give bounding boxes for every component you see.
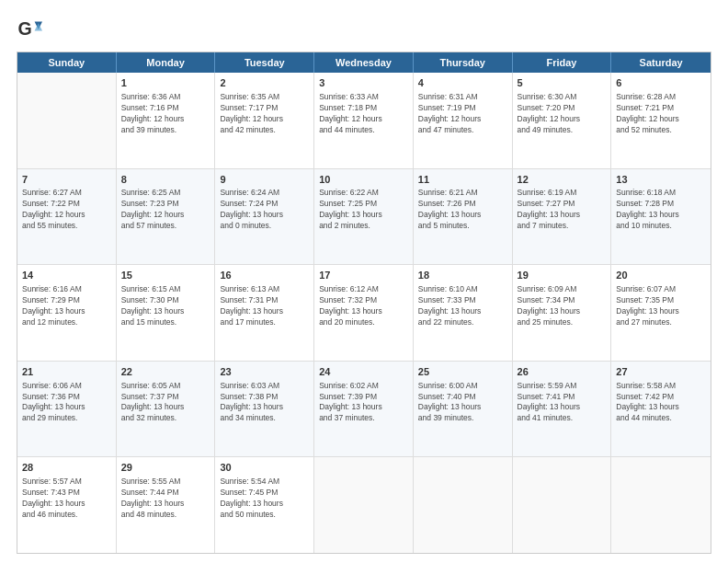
calendar-cell: 3Sunrise: 6:33 AMSunset: 7:18 PMDaylight…: [314, 73, 414, 168]
calendar-cell: 8Sunrise: 6:25 AMSunset: 7:23 PMDaylight…: [117, 169, 216, 265]
calendar-cell: [17, 73, 117, 168]
cell-text: Sunrise: 6:28 AMSunset: 7:21 PMDaylight:…: [616, 92, 706, 136]
day-number: 27: [616, 365, 706, 379]
cell-text: Sunrise: 6:36 AMSunset: 7:16 PMDaylight:…: [121, 92, 210, 136]
page: G SundayMondayTuesdayWednesdayThursdayFr…: [0, 0, 728, 563]
calendar-cell: 7Sunrise: 6:27 AMSunset: 7:22 PMDaylight…: [17, 169, 117, 265]
cell-text: Sunrise: 6:07 AMSunset: 7:35 PMDaylight:…: [616, 284, 706, 328]
day-number: 5: [518, 76, 607, 90]
cell-text: Sunrise: 6:35 AMSunset: 7:17 PMDaylight:…: [220, 92, 309, 136]
cell-text: Sunrise: 6:10 AMSunset: 7:33 PMDaylight:…: [418, 284, 507, 328]
logo: G: [17, 17, 48, 42]
calendar-cell: 6Sunrise: 6:28 AMSunset: 7:21 PMDaylight…: [611, 73, 711, 168]
calendar-cell: 23Sunrise: 6:03 AMSunset: 7:38 PMDayligh…: [215, 362, 314, 457]
calendar-body: 1Sunrise: 6:36 AMSunset: 7:16 PMDaylight…: [17, 73, 711, 553]
weekday-header: Tuesday: [215, 52, 314, 73]
cell-text: Sunrise: 5:54 AMSunset: 7:45 PMDaylight:…: [220, 477, 309, 521]
weekday-header: Sunday: [17, 52, 117, 73]
cell-text: Sunrise: 6:22 AMSunset: 7:25 PMDaylight:…: [319, 188, 408, 232]
cell-text: Sunrise: 6:24 AMSunset: 7:24 PMDaylight:…: [220, 188, 309, 232]
svg-text:G: G: [17, 18, 31, 39]
day-number: 28: [22, 461, 111, 475]
cell-text: Sunrise: 6:15 AMSunset: 7:30 PMDaylight:…: [121, 284, 210, 328]
calendar-cell: 5Sunrise: 6:30 AMSunset: 7:20 PMDaylight…: [513, 73, 612, 168]
logo-icon: G: [17, 17, 42, 42]
calendar-cell: 10Sunrise: 6:22 AMSunset: 7:25 PMDayligh…: [314, 169, 414, 265]
calendar-cell: 30Sunrise: 5:54 AMSunset: 7:45 PMDayligh…: [215, 457, 314, 553]
calendar-cell: 4Sunrise: 6:31 AMSunset: 7:19 PMDaylight…: [414, 73, 513, 168]
day-number: 17: [319, 269, 408, 282]
cell-text: Sunrise: 5:55 AMSunset: 7:44 PMDaylight:…: [121, 477, 210, 521]
day-number: 21: [22, 365, 111, 379]
day-number: 16: [220, 269, 309, 282]
cell-text: Sunrise: 6:09 AMSunset: 7:34 PMDaylight:…: [518, 284, 607, 328]
calendar-cell: 16Sunrise: 6:13 AMSunset: 7:31 PMDayligh…: [215, 265, 314, 361]
day-number: 22: [121, 365, 210, 379]
calendar-cell: 17Sunrise: 6:12 AMSunset: 7:32 PMDayligh…: [314, 265, 414, 361]
day-number: 30: [220, 461, 309, 475]
day-number: 20: [616, 269, 706, 282]
cell-text: Sunrise: 6:18 AMSunset: 7:28 PMDaylight:…: [616, 188, 706, 232]
day-number: 3: [319, 76, 408, 90]
cell-text: Sunrise: 6:30 AMSunset: 7:20 PMDaylight:…: [518, 92, 607, 136]
calendar-cell: 20Sunrise: 6:07 AMSunset: 7:35 PMDayligh…: [611, 265, 711, 361]
calendar-cell: [414, 457, 513, 553]
weekday-header: Saturday: [611, 52, 711, 73]
calendar: SundayMondayTuesdayWednesdayThursdayFrid…: [17, 52, 711, 554]
calendar-cell: 12Sunrise: 6:19 AMSunset: 7:27 PMDayligh…: [513, 169, 612, 265]
calendar-cell: 26Sunrise: 5:59 AMSunset: 7:41 PMDayligh…: [513, 362, 612, 457]
day-number: 29: [121, 461, 210, 475]
calendar-cell: 13Sunrise: 6:18 AMSunset: 7:28 PMDayligh…: [611, 169, 711, 265]
calendar-cell: 14Sunrise: 6:16 AMSunset: 7:29 PMDayligh…: [17, 265, 117, 361]
cell-text: Sunrise: 6:27 AMSunset: 7:22 PMDaylight:…: [22, 188, 111, 232]
calendar-row: 1Sunrise: 6:36 AMSunset: 7:16 PMDaylight…: [17, 73, 711, 169]
day-number: 24: [319, 365, 408, 379]
cell-text: Sunrise: 6:06 AMSunset: 7:36 PMDaylight:…: [22, 381, 111, 425]
calendar-row: 21Sunrise: 6:06 AMSunset: 7:36 PMDayligh…: [17, 362, 711, 458]
calendar-cell: [513, 457, 612, 553]
calendar-cell: 21Sunrise: 6:06 AMSunset: 7:36 PMDayligh…: [17, 362, 117, 457]
day-number: 18: [418, 269, 507, 282]
day-number: 1: [121, 76, 210, 90]
weekday-header: Wednesday: [314, 52, 414, 73]
cell-text: Sunrise: 6:25 AMSunset: 7:23 PMDaylight:…: [121, 188, 210, 232]
cell-text: Sunrise: 6:19 AMSunset: 7:27 PMDaylight:…: [518, 188, 607, 232]
day-number: 15: [121, 269, 210, 282]
cell-text: Sunrise: 6:03 AMSunset: 7:38 PMDaylight:…: [220, 381, 309, 425]
day-number: 25: [418, 365, 507, 379]
calendar-cell: [314, 457, 414, 553]
calendar-cell: 28Sunrise: 5:57 AMSunset: 7:43 PMDayligh…: [17, 457, 117, 553]
cell-text: Sunrise: 6:02 AMSunset: 7:39 PMDaylight:…: [319, 381, 408, 425]
cell-text: Sunrise: 6:21 AMSunset: 7:26 PMDaylight:…: [418, 188, 507, 232]
weekday-header: Thursday: [414, 52, 513, 73]
day-number: 10: [319, 173, 408, 187]
day-number: 26: [518, 365, 607, 379]
calendar-row: 7Sunrise: 6:27 AMSunset: 7:22 PMDaylight…: [17, 169, 711, 266]
day-number: 12: [518, 173, 607, 187]
header: G: [17, 17, 711, 42]
calendar-header: SundayMondayTuesdayWednesdayThursdayFrid…: [17, 52, 711, 73]
cell-text: Sunrise: 6:00 AMSunset: 7:40 PMDaylight:…: [418, 381, 507, 425]
calendar-cell: 24Sunrise: 6:02 AMSunset: 7:39 PMDayligh…: [314, 362, 414, 457]
svg-marker-2: [35, 23, 42, 30]
cell-text: Sunrise: 6:12 AMSunset: 7:32 PMDaylight:…: [319, 284, 408, 328]
day-number: 7: [22, 173, 111, 187]
day-number: 14: [22, 269, 111, 282]
cell-text: Sunrise: 5:58 AMSunset: 7:42 PMDaylight:…: [616, 381, 706, 425]
day-number: 23: [220, 365, 309, 379]
calendar-cell: 19Sunrise: 6:09 AMSunset: 7:34 PMDayligh…: [513, 265, 612, 361]
cell-text: Sunrise: 6:05 AMSunset: 7:37 PMDaylight:…: [121, 381, 210, 425]
day-number: 13: [616, 173, 706, 187]
day-number: 11: [418, 173, 507, 187]
calendar-cell: 15Sunrise: 6:15 AMSunset: 7:30 PMDayligh…: [117, 265, 216, 361]
cell-text: Sunrise: 6:13 AMSunset: 7:31 PMDaylight:…: [220, 284, 309, 328]
calendar-row: 14Sunrise: 6:16 AMSunset: 7:29 PMDayligh…: [17, 265, 711, 362]
calendar-cell: 11Sunrise: 6:21 AMSunset: 7:26 PMDayligh…: [414, 169, 513, 265]
weekday-header: Friday: [513, 52, 612, 73]
cell-text: Sunrise: 5:57 AMSunset: 7:43 PMDaylight:…: [22, 477, 111, 521]
cell-text: Sunrise: 6:33 AMSunset: 7:18 PMDaylight:…: [319, 92, 408, 136]
cell-text: Sunrise: 5:59 AMSunset: 7:41 PMDaylight:…: [518, 381, 607, 425]
calendar-cell: 22Sunrise: 6:05 AMSunset: 7:37 PMDayligh…: [117, 362, 216, 457]
calendar-cell: 2Sunrise: 6:35 AMSunset: 7:17 PMDaylight…: [215, 73, 314, 168]
calendar-cell: 25Sunrise: 6:00 AMSunset: 7:40 PMDayligh…: [414, 362, 513, 457]
